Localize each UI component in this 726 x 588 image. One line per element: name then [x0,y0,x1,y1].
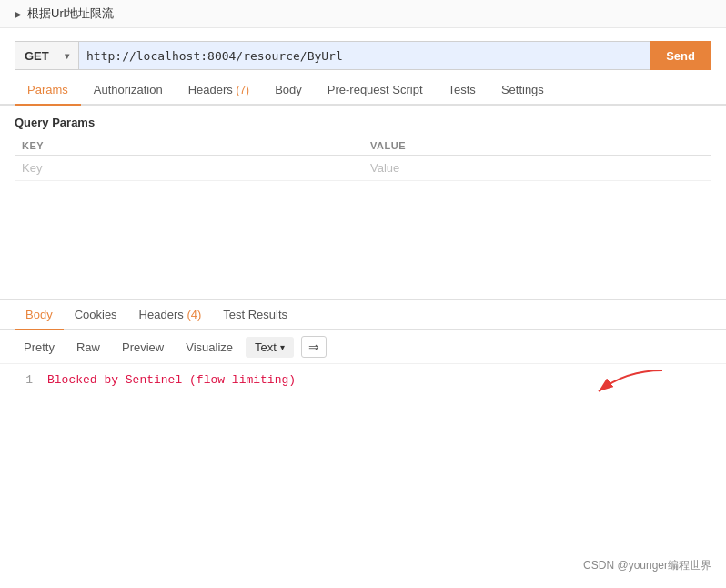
url-row: GET ▾ Send [0,35,726,76]
url-input[interactable] [78,41,650,70]
headers-badge: (7) [236,84,249,96]
visualize-tab[interactable]: Visualize [176,337,242,358]
format-dropdown[interactable]: Text ▾ [246,337,294,358]
tab-settings[interactable]: Settings [489,76,557,106]
format-label: Text [255,340,277,354]
wrap-button[interactable]: ⇒ [301,336,327,358]
key-cell[interactable]: Key [15,156,363,181]
tab-test-results[interactable]: Test Results [212,300,298,330]
tab-cookies[interactable]: Cookies [64,300,128,330]
params-table: KEY VALUE Key Value [15,137,711,181]
tab-authorization[interactable]: Authorization [81,76,176,106]
preview-tab[interactable]: Preview [113,337,173,358]
response-tabs: Body Cookies Headers (4) Test Results [0,300,726,330]
params-section: Query Params KEY VALUE Key Value [0,106,726,190]
raw-tab[interactable]: Raw [67,337,109,358]
value-cell[interactable]: Value [363,156,711,181]
pretty-tab[interactable]: Pretty [15,337,64,358]
collapse-icon[interactable]: ▶ [15,9,22,19]
section-header: ▶ 根据Url地址限流 [0,0,726,28]
wrap-icon: ⇒ [308,340,319,354]
tab-headers[interactable]: Headers (7) [176,76,262,106]
request-tabs: Params Authorization Headers (7) Body Pr… [0,76,726,106]
empty-area [0,190,726,299]
top-section: GET ▾ Send Params Authorization Headers … [0,28,726,106]
tab-tests[interactable]: Tests [436,76,489,106]
tab-response-body[interactable]: Body [15,300,64,330]
line-content: Blocked by Sentinel (flow limiting) [47,373,296,387]
tab-response-headers[interactable]: Headers (4) [128,300,213,330]
response-tools-bar: Pretty Raw Preview Visualize Text ▾ ⇒ [0,330,726,364]
key-column-header: KEY [15,137,363,156]
method-label: GET [25,49,49,63]
query-params-title: Query Params [15,116,711,129]
send-button[interactable]: Send [650,41,711,70]
response-headers-badge: (4) [187,308,201,321]
table-row: Key Value [15,156,711,181]
value-column-header: VALUE [363,137,711,156]
line-number: 1 [15,373,33,387]
tab-body[interactable]: Body [262,76,315,106]
tab-prerequest[interactable]: Pre-request Script [315,76,436,106]
arrow-annotation [590,366,671,402]
method-dropdown[interactable]: GET ▾ [15,41,78,70]
tab-params[interactable]: Params [15,76,81,106]
section-title: 根据Url地址限流 [27,5,114,22]
page-wrapper: ▶ 根据Url地址限流 GET ▾ Send Params Authorizat… [0,0,726,588]
method-chevron-icon: ▾ [65,51,69,61]
response-body: 1 Blocked by Sentinel (flow limiting) [0,364,726,396]
arrow-svg [590,366,671,399]
format-chevron-icon: ▾ [280,342,285,352]
bottom-section: Body Cookies Headers (4) Test Results Pr… [0,299,726,396]
watermark: CSDN @younger编程世界 [583,558,711,573]
